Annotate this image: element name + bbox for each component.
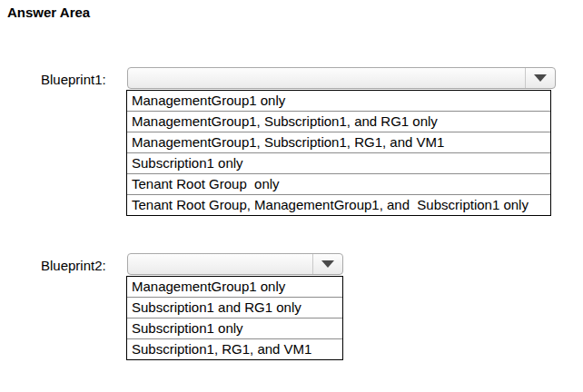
blueprint1-option[interactable]: ManagementGroup1 only (127, 91, 550, 112)
blueprint2-option[interactable]: Subscription1, RG1, and VM1 (127, 339, 342, 359)
blueprint1-combobox[interactable] (127, 67, 556, 89)
page-title: Answer Area (7, 5, 90, 20)
chevron-down-icon (321, 260, 334, 268)
blueprint1-option[interactable]: ManagementGroup1, Subscription1, RG1, an… (127, 132, 550, 153)
blueprint2-options-list: ManagementGroup1 onlySubscription1 and R… (126, 276, 343, 360)
blueprint2-option[interactable]: ManagementGroup1 only (127, 277, 342, 298)
blueprint1-option[interactable]: Subscription1 only (127, 153, 550, 174)
blueprint2-option[interactable]: Subscription1 only (127, 318, 342, 339)
blueprint1-option[interactable]: ManagementGroup1, Subscription1, and RG1… (127, 112, 550, 132)
blueprint2-combobox[interactable] (127, 253, 343, 275)
blueprint1-label: Blueprint1: (41, 72, 106, 87)
blueprint2-selected-value (128, 254, 312, 274)
chevron-down-icon (534, 74, 547, 82)
blueprint1-option[interactable]: Tenant Root Group, ManagementGroup1, and… (127, 195, 550, 215)
blueprint2-dropdown-button[interactable] (312, 254, 342, 274)
blueprint2-option[interactable]: Subscription1 and RG1 only (127, 298, 342, 318)
blueprint1-selected-value (128, 68, 525, 88)
answer-area: Answer Area Blueprint1: ManagementGroup1… (0, 0, 583, 392)
blueprint2-label: Blueprint2: (41, 258, 106, 273)
blueprint1-option[interactable]: Tenant Root Group only (127, 174, 550, 195)
blueprint1-dropdown-button[interactable] (525, 68, 555, 88)
blueprint1-options-list: ManagementGroup1 onlyManagementGroup1, S… (126, 90, 551, 216)
